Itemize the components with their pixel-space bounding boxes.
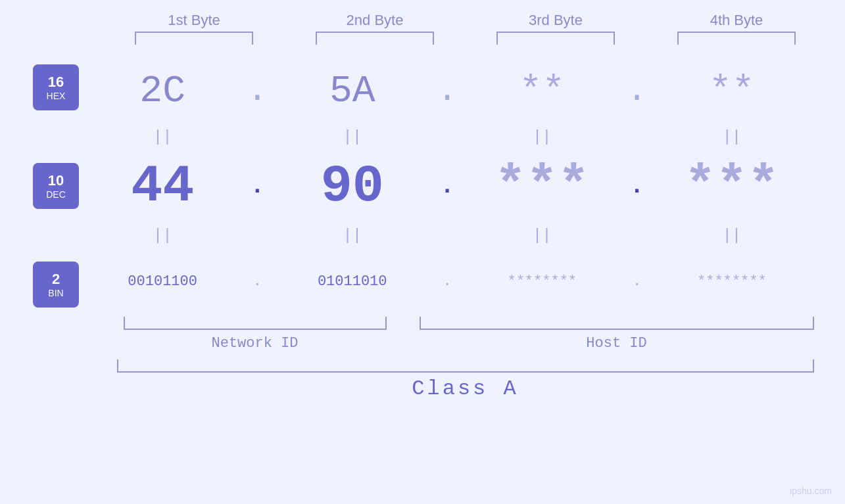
eq2-2: || (280, 227, 425, 244)
hex-sep-3: . (624, 72, 650, 110)
dec-sep-2: . (434, 173, 460, 200)
hex-val-4: ** (660, 70, 804, 112)
bin-row: 00101100 . 01011010 . ******** . (85, 248, 809, 314)
equals-row-1: || || || || (85, 124, 809, 150)
main-grid: 16 HEX 10 DEC 2 BIN 2C . (0, 51, 845, 314)
bracket-top-3 (496, 32, 615, 45)
main-container: 1st Byte 2nd Byte 3rd Byte 4th Byte 16 H… (0, 0, 845, 504)
dec-val-4: *** (660, 156, 804, 216)
eq2-1: || (90, 227, 235, 244)
byte-2-header: 2nd Byte (302, 12, 447, 29)
byte-3-header: 3rd Byte (483, 12, 628, 29)
top-brackets (104, 32, 827, 45)
bin-val-1: 00101100 (90, 273, 235, 290)
class-label-row: Class A (104, 377, 827, 401)
base-labels-column: 16 HEX 10 DEC 2 BIN (0, 51, 85, 314)
network-id-bracket (124, 317, 387, 330)
network-id-label: Network ID (211, 335, 298, 352)
class-bracket-row (104, 359, 827, 373)
bin-sep-3: . (624, 273, 650, 290)
dec-row: 44 . 90 . *** . *** (85, 150, 809, 222)
byte-1-header: 1st Byte (122, 12, 266, 29)
bin-val-3: ******** (470, 273, 614, 290)
hex-val-3: ** (470, 70, 614, 112)
hex-sep-1: . (244, 72, 270, 110)
host-id-section: Host ID (406, 317, 827, 352)
eq1-4: || (660, 128, 804, 146)
eq1-1: || (90, 128, 235, 146)
dec-val-3: *** (470, 156, 614, 216)
values-grid: 2C . 5A . ** . ** (85, 51, 845, 314)
host-id-bracket (420, 317, 814, 330)
hex-row: 2C . 5A . ** . ** (85, 58, 809, 124)
bin-badge: 2 BIN (33, 262, 79, 308)
eq2-4: || (660, 227, 804, 244)
watermark: ipshu.com (790, 486, 832, 496)
hex-badge: 16 HEX (33, 64, 79, 110)
class-bracket (117, 359, 814, 373)
bin-val-4: ******** (660, 273, 804, 290)
bracket-top-2 (316, 32, 434, 45)
bracket-top-4 (677, 32, 796, 45)
bin-sep-1: . (244, 273, 270, 290)
dec-val-1: 44 (90, 156, 235, 216)
dec-val-2: 90 (280, 156, 425, 216)
hex-sep-2: . (434, 72, 460, 110)
host-id-label: Host ID (586, 335, 646, 352)
byte-headers-row: 1st Byte 2nd Byte 3rd Byte 4th Byte (104, 12, 827, 29)
dec-sep-3: . (624, 173, 650, 200)
bracket-top-1 (135, 32, 253, 45)
eq1-3: || (470, 128, 614, 146)
hex-val-2: 5A (280, 70, 425, 112)
dec-sep-1: . (244, 173, 270, 200)
byte-4-header: 4th Byte (664, 12, 809, 29)
equals-row-2: || || || || (85, 222, 809, 248)
eq1-2: || (280, 128, 425, 146)
eq2-3: || (470, 227, 614, 244)
class-a-label: Class A (412, 377, 518, 401)
bin-sep-2: . (434, 273, 460, 290)
network-id-section: Network ID (104, 317, 406, 352)
hex-val-1: 2C (90, 70, 235, 112)
bin-val-2: 01011010 (280, 273, 425, 290)
network-host-brackets: Network ID Host ID (104, 317, 827, 352)
dec-badge: 10 DEC (33, 163, 79, 209)
